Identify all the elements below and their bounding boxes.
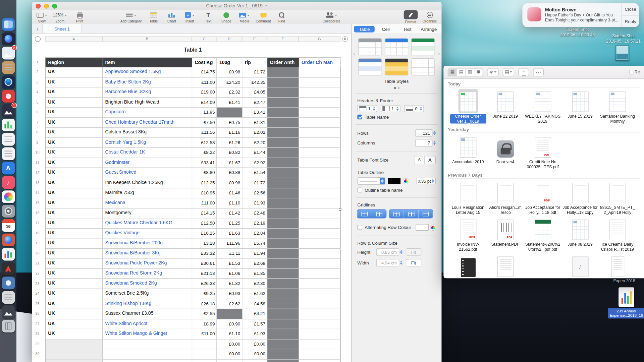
cell-cost[interactable]: £12.50 [192,219,217,228]
cell-order-anth[interactable] [267,98,299,107]
header-cell-rip[interactable]: rip [242,58,267,67]
cell-100g[interactable]: £24.20 [217,77,243,87]
row-header-6[interactable]: 6 [32,110,43,114]
cell-rip[interactable]: £1.57 [242,319,267,329]
sheet-tab[interactable]: Sheet 1 [43,24,82,33]
cell-region[interactable]: UK [46,229,103,238]
cell-order-ch-man[interactable] [299,198,341,208]
cell-order-ch-man[interactable] [299,168,341,178]
table-row[interactable]: UKMexicana£11.00£1.10£1.93 [46,198,340,208]
cell-rip[interactable]: £1.93 [242,329,267,339]
dock-icon-pages[interactable] [2,147,15,160]
cell-order-anth[interactable] [267,339,299,349]
row-header-29[interactable]: 29 [32,342,43,346]
cell-region[interactable]: UK [46,178,103,188]
cell-rip[interactable]: £5.74 [242,239,267,248]
row-header-18[interactable]: 18 [32,231,43,235]
row-header-10[interactable]: 10 [32,150,43,155]
cell-cost[interactable]: £12.25 [192,178,217,188]
cell-item[interactable]: Snowdonia B/Bomber 3Kg [103,249,192,258]
tab-arrange[interactable]: Arrange [418,26,439,33]
cell-rip[interactable]: £2.56 [242,188,267,198]
table-row[interactable]: UKSussex Charmer £3.05£2.55£4.21 [46,309,340,319]
row-header-30[interactable]: 30 [32,352,43,356]
file-job-acceptance-for-holly-c-18-pdf[interactable]: PDFJob Acceptance for Holly...c 18 pdf [524,180,561,215]
cell-cost[interactable]: £8.22 [192,148,217,158]
table-row[interactable]: UKSnowdonia B/Bomber 3Kg£33.32£1.11£1.94 [46,249,340,259]
cell-region[interactable]: UK [46,239,103,248]
table-row[interactable]: UKGodminster£33.41£1.67£2.92 [46,158,340,168]
cell-rip[interactable]: £2.48 [242,208,267,218]
file-weekly-takings-2019[interactable]: WEEKLY TAKINGS 2019 [524,89,561,124]
cell-item[interactable]: Inn Keepers Choice 1.25Kg [103,178,192,188]
cell-rip[interactable]: £1.62 [242,289,267,299]
table-row[interactable]: £0.00£0.00 [46,339,340,349]
cell-item[interactable] [103,339,192,349]
list-view-button[interactable]: ▤ [457,68,466,76]
cell-100g[interactable]: £1.67 [217,158,243,168]
cell-order-ch-man[interactable] [299,158,341,168]
file-partial[interactable] [524,254,561,278]
row-header-17[interactable]: 17 [32,221,43,225]
cell-item[interactable]: Mexicana [103,198,192,208]
cell-region[interactable]: UK [46,77,103,87]
tab-table[interactable]: Table [354,26,375,33]
cell-order-ch-man[interactable] [299,178,341,188]
styles-next-arrow[interactable]: › [438,51,440,56]
cell-item[interactable]: Quickes Mature Cheddar 1.6KG [103,219,192,228]
file-invoice-inv-21562-pdf[interactable]: PDFInvoice INV-21562.pdf [449,217,487,252]
file-door-ver4[interactable]: Door ver4 [487,135,524,169]
column-header-F[interactable]: F [267,36,299,42]
cell-rip[interactable]: £1.54 [242,168,267,178]
cell-cost[interactable]: £10.95 [192,188,217,198]
find-button[interactable]: Find [273,11,291,23]
table-row[interactable]: UKBarcombe Blue .82Kg£19.00£2.32£4.05 [46,87,340,98]
cell-cost[interactable]: £1.95 [192,108,217,117]
cell-item[interactable]: Ched Holmbury Cheddar 17mnth [103,118,192,127]
width-stepper[interactable] [400,261,402,265]
table-row[interactable]: UKWhite Stilton Mango & Ginger£11.00£1.1… [46,329,340,339]
file-2019-alk[interactable]: 2019_alk [636,217,644,252]
organise-button[interactable]: Organise [420,11,439,23]
alternating-row-colour-checkbox[interactable] [357,225,362,230]
cell-region[interactable]: UK [46,319,103,329]
cell-cost[interactable]: £11.00 [192,77,217,87]
header-columns-stepper[interactable]: 1 [381,105,400,112]
cell-100g[interactable]: £1.63 [217,229,243,238]
file-santander-banking-monthly[interactable]: Santander Banking Monthly [599,89,636,124]
row-header-25[interactable]: 25 [32,302,43,306]
cell-region[interactable]: UK [46,198,103,208]
cell-cost[interactable]: £11.00 [192,329,217,339]
cell-100g[interactable]: £0.88 [217,168,243,178]
rows-stepper[interactable] [433,131,436,135]
file-partial[interactable] [599,254,636,278]
cell-region[interactable]: UK [46,138,103,147]
column-header-C[interactable]: C [192,36,216,42]
cell-order-anth[interactable] [267,148,299,158]
color-picker-button[interactable] [403,178,409,184]
share-button[interactable]: ↑ [519,68,529,76]
cell-order-ch-man[interactable] [299,208,341,218]
cell-order-anth[interactable] [267,198,299,208]
table-row[interactable]: UKInn Keepers Choice 1.25Kg£12.25£0.98£1… [46,178,340,188]
notification-reply-button[interactable]: Reply [622,15,639,27]
cell-100g[interactable]: £1.53 [217,259,243,268]
cell-cost[interactable]: £30.61 [192,259,217,268]
cell-rip[interactable]: £0.00 [242,349,267,359]
cell-order-anth[interactable] [267,349,299,359]
row-header-14[interactable]: 14 [32,191,43,195]
row-header-4[interactable]: 4 [32,90,43,94]
row-header-24[interactable]: 24 [32,292,43,296]
width-value[interactable]: 4.94 cm [376,259,399,266]
cell-item[interactable]: Capricorn [103,108,192,117]
insert-button[interactable]: Insert [181,11,199,23]
cell-region[interactable]: UK [46,67,103,77]
row-header-15[interactable]: 15 [32,201,43,205]
cell-cost[interactable]: £19.00 [192,87,217,97]
cell-item[interactable]: Godminster [103,158,192,168]
table-resize-handle[interactable] [339,208,341,210]
file-louis-resignation-letter-aug-15[interactable]: Louis Resignation Letter Aug 15 [449,180,487,215]
decrease-font-button[interactable]: A [414,157,424,164]
cell-100g[interactable]: £0.98 [217,67,243,77]
header-cell-cost-kg[interactable]: Cost Kg [192,58,217,67]
